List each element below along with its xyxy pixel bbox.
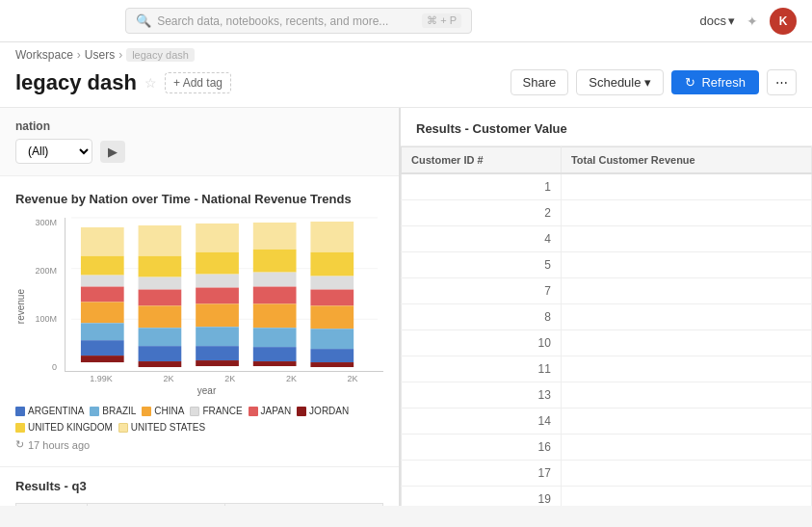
table-row: 14 bbox=[402, 408, 812, 435]
legend-label-china: CHINA bbox=[154, 406, 184, 416]
cell-revenue-value bbox=[561, 252, 811, 278]
breadcrumb-sep1: › bbox=[77, 48, 81, 62]
chart-svg bbox=[65, 218, 383, 372]
svg-rect-4 bbox=[81, 256, 124, 276]
legend-label-argentina: ARGENTINA bbox=[28, 406, 84, 416]
favorite-icon[interactable]: ☆ bbox=[144, 75, 157, 91]
table-row: 13 bbox=[402, 382, 812, 408]
legend-color-japan bbox=[249, 407, 258, 416]
legend-item-china: CHINA bbox=[142, 406, 184, 416]
cell-customer-id: 13 bbox=[402, 382, 562, 408]
cell-customer-id: 2 bbox=[402, 200, 562, 226]
cell-customer-id: 14 bbox=[402, 408, 562, 435]
legend-color-us bbox=[118, 423, 128, 433]
refresh-button[interactable]: ↻ Refresh bbox=[671, 70, 759, 94]
cell-customer-id: 17 bbox=[402, 461, 562, 487]
cell-revenue-value bbox=[561, 330, 811, 356]
svg-rect-11 bbox=[139, 225, 182, 256]
share-button[interactable]: Share bbox=[511, 69, 569, 95]
table-row: 5 bbox=[402, 252, 812, 278]
table-row: 4 bbox=[402, 226, 812, 252]
page-title: legacy dash bbox=[15, 70, 137, 95]
y-tick-300m: 300M bbox=[30, 218, 57, 227]
svg-rect-6 bbox=[81, 287, 124, 303]
schedule-button[interactable]: Schedule ▾ bbox=[576, 69, 664, 95]
svg-rect-37 bbox=[310, 277, 354, 290]
page-header: legacy dash ☆ + Add tag Share Schedule ▾… bbox=[0, 62, 812, 108]
docs-menu[interactable]: docs ▾ bbox=[700, 13, 735, 28]
more-options-button[interactable]: ⋯ bbox=[767, 69, 797, 95]
cell-revenue-value bbox=[561, 173, 811, 200]
col-name: c_name bbox=[87, 504, 224, 507]
user-avatar[interactable]: K bbox=[770, 8, 797, 35]
svg-rect-42 bbox=[310, 362, 354, 367]
svg-rect-10 bbox=[81, 356, 124, 362]
add-tag-button[interactable]: + Add tag bbox=[165, 72, 231, 93]
breadcrumb-sep2: › bbox=[118, 48, 122, 62]
cell-customer-id: 7 bbox=[402, 278, 562, 304]
cell-revenue-value bbox=[561, 408, 811, 435]
y-axis-label: revenue bbox=[15, 289, 26, 324]
svg-rect-15 bbox=[139, 305, 182, 328]
search-bar[interactable]: 🔍 Search data, notebooks, recents, and m… bbox=[125, 8, 472, 34]
results-q3-title: Results - q3 bbox=[15, 479, 383, 493]
x-tick-1: 1.99K bbox=[90, 374, 113, 383]
filter-label: nation bbox=[15, 119, 383, 133]
breadcrumb-users[interactable]: Users bbox=[85, 48, 115, 62]
col-custkey: c_custkey bbox=[16, 504, 88, 507]
svg-rect-18 bbox=[139, 361, 182, 367]
cell-customer-id: 8 bbox=[402, 304, 562, 330]
svg-rect-9 bbox=[81, 340, 124, 356]
legend-color-uk bbox=[15, 423, 25, 433]
legend-item-japan: JAPAN bbox=[249, 406, 292, 416]
filter-section: nation (All) ▶ bbox=[0, 108, 399, 176]
table-row: 11 bbox=[402, 356, 812, 382]
cell-customer-id: 4 bbox=[402, 226, 562, 252]
nation-filter-select[interactable]: (All) bbox=[15, 139, 92, 164]
legend-item-argentina: ARGENTINA bbox=[15, 406, 84, 416]
cell-revenue-value bbox=[561, 278, 811, 304]
y-tick-200m: 200M bbox=[30, 266, 57, 276]
cell-revenue-value bbox=[561, 382, 811, 408]
chevron-down-icon: ▾ bbox=[728, 13, 735, 28]
legend-label-japan: JAPAN bbox=[261, 406, 292, 416]
svg-rect-28 bbox=[253, 250, 297, 273]
x-ticks: 1.99K 2K 2K 2K 2K bbox=[30, 374, 383, 383]
breadcrumb-workspace[interactable]: Workspace bbox=[15, 48, 73, 62]
left-panel: nation (All) ▶ Revenue by Nation over Ti… bbox=[0, 108, 400, 506]
svg-rect-41 bbox=[310, 349, 354, 362]
cell-revenue-value bbox=[561, 200, 811, 226]
svg-rect-30 bbox=[253, 287, 297, 304]
y-tick-0: 0 bbox=[30, 362, 57, 372]
svg-rect-21 bbox=[196, 275, 239, 288]
results-q3-table: c_custkey c_name c_address 412445 Custom… bbox=[15, 503, 383, 506]
svg-rect-39 bbox=[310, 305, 354, 329]
svg-rect-16 bbox=[139, 328, 182, 346]
table-header-row: c_custkey c_name c_address bbox=[16, 504, 383, 507]
svg-rect-7 bbox=[81, 302, 124, 323]
filter-run-button[interactable]: ▶ bbox=[100, 141, 125, 163]
col-address: c_address bbox=[224, 504, 382, 507]
legend-color-jordan bbox=[297, 407, 306, 416]
refresh-small-icon: ↻ bbox=[15, 438, 24, 451]
filter-row: (All) ▶ bbox=[15, 139, 383, 164]
svg-rect-31 bbox=[253, 303, 297, 328]
table-row: 19 bbox=[402, 487, 812, 507]
right-table-wrapper: Customer ID # Total Customer Revenue 1 2… bbox=[401, 146, 812, 506]
legend-color-brazil bbox=[90, 407, 99, 416]
y-ticks: 300M 200M 100M 0 bbox=[30, 218, 61, 372]
star-nav-icon[interactable]: ✦ bbox=[747, 13, 758, 29]
results-customer-value-title: Results - Customer Value bbox=[401, 108, 812, 146]
chart-inner: 300M 200M 100M 0 bbox=[30, 218, 383, 396]
legend-item-brazil: BRAZIL bbox=[90, 406, 136, 416]
x-axis-label: year bbox=[30, 385, 383, 396]
svg-rect-3 bbox=[81, 227, 124, 256]
table-row: 17 bbox=[402, 461, 812, 487]
cell-revenue-value bbox=[561, 487, 811, 507]
top-nav: 🔍 Search data, notebooks, recents, and m… bbox=[0, 0, 812, 42]
legend-color-france bbox=[190, 407, 199, 416]
legend-label-us: UNITED STATES bbox=[131, 422, 205, 433]
x-tick-3: 2K bbox=[224, 374, 235, 383]
results-q3-section: Results - q3 c_custkey c_name c_address … bbox=[0, 467, 399, 506]
svg-rect-29 bbox=[253, 273, 297, 287]
